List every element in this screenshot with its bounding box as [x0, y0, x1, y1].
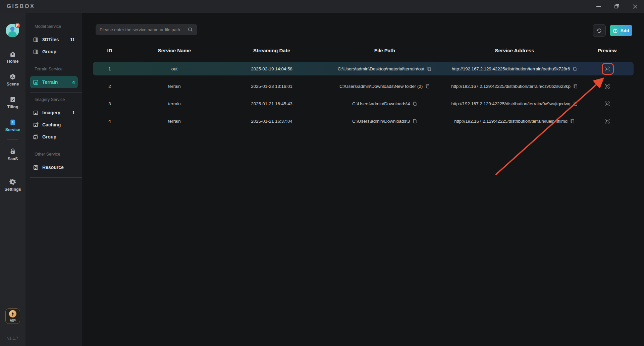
cell-service-name: out: [126, 62, 222, 75]
preview-button[interactable]: [604, 66, 610, 72]
search-box: [96, 24, 197, 35]
avatar[interactable]: [5, 23, 20, 38]
table-header: ID Service Name Streaming Date File Path…: [93, 45, 634, 55]
version-label: v1.1.7: [7, 336, 18, 341]
column-header-service-name: Service Name: [126, 45, 222, 55]
item-count: 4: [72, 80, 75, 85]
minimize-button[interactable]: [590, 0, 608, 13]
table-row[interactable]: 4 terrain 2025-01-21 16:37:04 C:\Users\a…: [93, 114, 634, 128]
sidebar-item-label: Imagery: [42, 110, 60, 115]
service-icon: [9, 119, 16, 126]
cell-file-path: C:\Users\admin\Downloads\3: [321, 114, 448, 128]
file-path-text: C:\Users\admin\Downloads\4: [352, 101, 410, 106]
cell-service-name: terrain: [126, 114, 222, 128]
copy-address-button[interactable]: [573, 84, 578, 89]
user-avatar-icon: [5, 23, 20, 38]
sidebar-item-label: Resource: [42, 165, 64, 170]
sidebar-item-terrain[interactable]: Terrain 4: [30, 76, 78, 88]
left-rail: Home Scene Tiling Service SaaS Settings: [0, 13, 25, 346]
cell-id: 4: [93, 114, 126, 128]
cell-file-path: C:\Users\admin\Downloads\4: [321, 97, 448, 110]
rail-item-tiling[interactable]: Tiling: [0, 96, 25, 109]
preview-scan-icon: [604, 66, 610, 72]
search-input[interactable]: [100, 27, 187, 32]
section-title: Terrain Service: [35, 67, 82, 71]
cell-streaming-date: 2025-01-23 13:16:01: [222, 79, 321, 93]
preview-button[interactable]: [604, 83, 610, 89]
cell-preview: [581, 79, 634, 93]
cell-service-address: http://192.167.2.129:42225/distribution/…: [448, 114, 581, 128]
column-header-file-path: File Path: [321, 45, 448, 55]
copy-address-button[interactable]: [573, 66, 577, 71]
cell-file-path: C:\Users\admin\Downloads\New folder (2): [321, 79, 448, 93]
copy-path-button[interactable]: [427, 66, 432, 71]
copy-icon: [570, 119, 575, 124]
service-address-text: http://192.167.2.129:42225/distribution/…: [454, 119, 568, 124]
preview-scan-icon: [604, 118, 610, 124]
imagery-icon: [33, 110, 39, 116]
item-count: 11: [70, 37, 75, 42]
cell-id: 2: [93, 79, 126, 93]
rail-item-label: Service: [5, 127, 20, 132]
sidebar-item-model-group[interactable]: Group: [30, 46, 78, 58]
close-button[interactable]: [626, 0, 644, 13]
cell-id: 1: [93, 62, 126, 75]
rail-item-settings[interactable]: Settings: [0, 178, 25, 192]
rail-divider: [7, 170, 18, 170]
sidebar-item-resource[interactable]: Resource: [30, 161, 78, 173]
cell-streaming-date: 2025-02-19 14:04:58: [222, 62, 321, 75]
table-row[interactable]: 3 terrain 2025-01-21 16:45:43 C:\Users\a…: [93, 97, 634, 110]
cell-streaming-date: 2025-01-21 16:45:43: [222, 97, 321, 110]
sidebar-item-imagery[interactable]: Imagery 1: [30, 107, 78, 119]
rail-item-home[interactable]: Home: [0, 50, 25, 64]
sidebar-item-3dtiles[interactable]: 3DTiles 11: [30, 34, 78, 46]
section-title: Imagery Service: [35, 97, 82, 102]
preview-button[interactable]: [604, 118, 610, 124]
table-row[interactable]: 1 out 2025-02-19 14:04:58 C:\Users\admin…: [93, 62, 634, 75]
cell-id: 3: [93, 97, 126, 110]
copy-address-button[interactable]: [570, 119, 575, 124]
copy-icon: [573, 66, 577, 71]
cell-preview: [581, 62, 634, 75]
rail-item-scene[interactable]: Scene: [0, 73, 25, 86]
copy-path-button[interactable]: [413, 101, 417, 106]
caching-icon: [33, 122, 39, 128]
copy-path-button[interactable]: [425, 84, 430, 89]
add-button-label: Add: [620, 28, 629, 33]
refresh-icon: [596, 27, 602, 34]
table-row[interactable]: 2 terrain 2025-01-23 13:16:01 C:\Users\a…: [93, 79, 634, 93]
rail-item-saas[interactable]: SaaS: [0, 148, 25, 161]
vip-label: VIP: [10, 319, 16, 323]
window-controls: [590, 0, 644, 13]
sidebar-divider: [30, 177, 82, 178]
refresh-button[interactable]: [593, 24, 606, 37]
main-content: Add ID Service Name Streaming Date File …: [82, 13, 644, 346]
file-path-text: C:\Users\admin\Downloads\New folder (2): [339, 84, 423, 89]
item-count: 1: [72, 110, 75, 115]
cell-service-address: http://192.167.2.129:42225/distribution/…: [448, 97, 581, 110]
sidebar-item-imagery-group[interactable]: Group: [30, 131, 78, 143]
resource-icon: [33, 165, 39, 170]
cell-service-address: http://192.167.2.129:42225/distribution/…: [448, 62, 581, 75]
cell-service-name: terrain: [126, 79, 222, 93]
cell-streaming-date: 2025-01-21 16:37:04: [222, 114, 321, 128]
copy-address-button[interactable]: [573, 101, 578, 106]
rail-item-service[interactable]: Service: [0, 119, 25, 132]
terrain-icon: [33, 79, 39, 85]
add-button[interactable]: Add: [610, 25, 632, 36]
lock-icon: [9, 148, 16, 155]
preview-scan-icon: [604, 83, 610, 89]
restore-button[interactable]: [608, 0, 626, 13]
copy-path-button[interactable]: [413, 119, 417, 124]
vip-button[interactable]: VIP: [5, 308, 20, 324]
add-icon: [613, 28, 618, 33]
minimize-icon: [596, 6, 601, 7]
service-table: ID Service Name Streaming Date File Path…: [93, 45, 634, 128]
tiles-icon: [33, 37, 39, 43]
sidebar-item-caching[interactable]: Caching: [30, 119, 78, 131]
column-header-preview: Preview: [581, 45, 634, 55]
restore-icon: [614, 4, 619, 9]
sidebar-item-label: Group: [42, 49, 56, 54]
rail-item-label: SaaS: [8, 157, 18, 161]
preview-button[interactable]: [604, 101, 610, 107]
